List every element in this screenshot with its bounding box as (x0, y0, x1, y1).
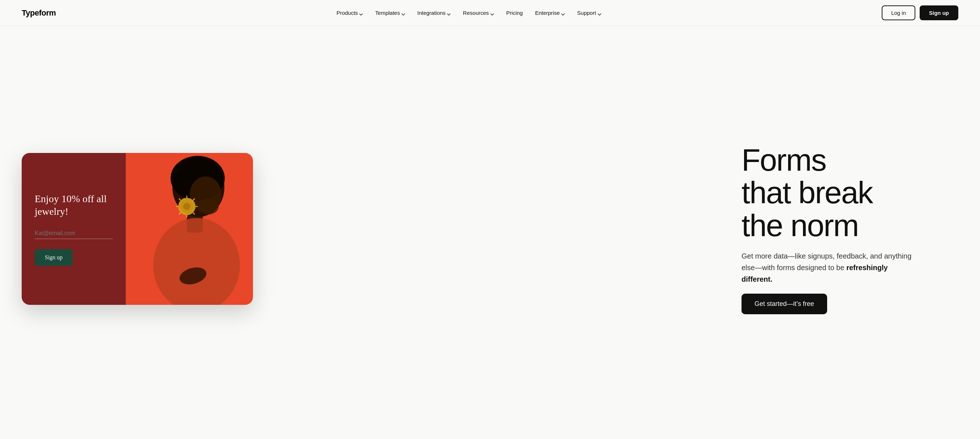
nav-label-products: Products (336, 10, 358, 16)
nav-label-integrations: Integrations (417, 10, 445, 16)
chevron-down-icon (359, 11, 363, 15)
nav-item-support[interactable]: Support (572, 7, 606, 19)
logo[interactable]: Typeform (22, 8, 56, 18)
nav-label-enterprise: Enterprise (535, 10, 560, 16)
svg-point-6 (198, 198, 219, 214)
nav-label-templates: Templates (375, 10, 400, 16)
person-illustration (126, 153, 253, 305)
form-card-email-input[interactable] (35, 228, 113, 239)
nav-item-resources[interactable]: Resources (458, 7, 499, 19)
chevron-down-icon (561, 11, 565, 15)
hero-heading-line2: that break (741, 175, 872, 210)
chevron-down-icon (401, 11, 405, 15)
form-card-signup-button[interactable]: Sign up (35, 249, 73, 266)
form-card-image (126, 153, 253, 305)
nav-label-pricing: Pricing (506, 10, 523, 16)
hero-heading-line3: the norm (741, 208, 858, 243)
nav-label-resources: Resources (463, 10, 489, 16)
hero-heading-line1: Forms (741, 142, 826, 177)
nav-actions: Log in Sign up (882, 5, 958, 20)
hero-text: Forms that break the norm Get more data—… (741, 144, 958, 314)
nav-item-templates[interactable]: Templates (370, 7, 410, 19)
chevron-down-icon (490, 11, 494, 15)
hero-section: Enjoy 10% off all jewelry! Sign up (0, 26, 980, 439)
chevron-down-icon (598, 11, 601, 15)
nav-label-support: Support (577, 10, 596, 16)
hero-subtext: Get more data—like signups, feedback, an… (741, 250, 915, 285)
svg-point-17 (183, 203, 191, 210)
nav-item-pricing[interactable]: Pricing (501, 7, 528, 19)
chevron-down-icon (447, 11, 450, 15)
navbar: Typeform Products Templates Integrations (0, 0, 980, 26)
form-preview-card: Enjoy 10% off all jewelry! Sign up (22, 153, 253, 305)
form-card-content: Enjoy 10% off all jewelry! Sign up (22, 153, 126, 305)
cta-button[interactable]: Get started—it’s free (741, 294, 827, 314)
nav-item-products[interactable]: Products (331, 7, 368, 19)
hero-illustration: Enjoy 10% off all jewelry! Sign up (22, 153, 253, 305)
nav-links: Products Templates Integrations (56, 7, 882, 19)
nav-item-integrations[interactable]: Integrations (412, 7, 456, 19)
nav-item-enterprise[interactable]: Enterprise (530, 7, 570, 19)
form-card-title: Enjoy 10% off all jewelry! (35, 192, 113, 218)
signup-button[interactable]: Sign up (920, 5, 958, 20)
login-button[interactable]: Log in (882, 5, 915, 20)
hero-heading: Forms that break the norm (741, 144, 958, 241)
